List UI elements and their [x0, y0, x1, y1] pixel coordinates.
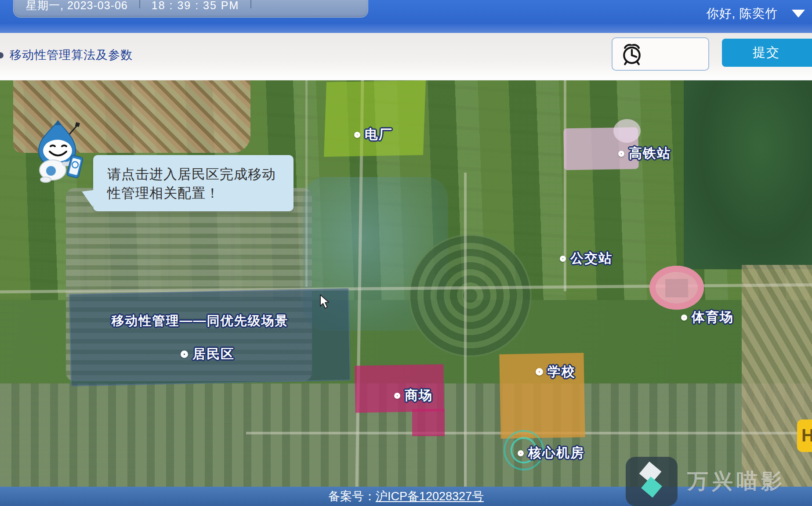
scenario-title: 移动性管理——同优先级场景 — [108, 312, 292, 330]
map-label-core-room[interactable]: 核心机房 — [518, 444, 584, 462]
timer-field[interactable] — [612, 37, 709, 71]
assistant-speech-bubble: 请点击进入居民区完成移动 性管理相关配置！ — [93, 155, 294, 211]
edge-panel-handle[interactable]: H — [797, 419, 812, 452]
icp-label: 备案号： — [328, 488, 376, 504]
map-label-school[interactable]: 学校 — [536, 363, 576, 381]
footer-bar: 备案号： 沪ICP备12028327号 — [0, 487, 812, 506]
datetime-panel: 星期一, 2023-03-06 18 : 39 : 35 PM — [13, 0, 368, 18]
marker-dot-icon — [181, 351, 188, 358]
marker-dot-icon — [681, 314, 687, 321]
icp-link[interactable]: 沪ICP备12028327号 — [376, 488, 484, 504]
bullet-icon — [0, 52, 4, 58]
satellite-map[interactable]: 移动性管理——同优先级场景 电厂 高铁站 公交站 体育场 居民区 商场 学校 — [0, 80, 812, 487]
top-bar: 星期一, 2023-03-06 18 : 39 : 35 PM 你好, 陈奕竹 — [0, 0, 812, 33]
date-label: 星期一, 2023-03-06 — [26, 0, 128, 13]
marker-dot-icon — [518, 450, 524, 456]
marker-dot-icon — [618, 151, 624, 157]
zone-residential[interactable] — [69, 288, 351, 386]
marker-dot-icon — [560, 256, 566, 262]
alarm-clock-icon — [620, 42, 644, 66]
page-header: 移动性管理算法及参数 提交 — [0, 33, 812, 80]
map-road — [305, 80, 308, 287]
divider — [139, 0, 140, 8]
map-terrain-golf — [684, 80, 812, 269]
assistant-mascot — [25, 119, 91, 183]
zone-hsr-station-plaza — [613, 119, 641, 143]
bubble-text-line2: 性管理相关配置！ — [107, 184, 294, 202]
user-greeting: 你好, 陈奕竹 — [706, 5, 778, 22]
mouse-cursor — [318, 294, 331, 311]
marker-dot-icon — [394, 393, 400, 399]
chevron-down-icon[interactable] — [792, 10, 805, 18]
time-label: 18 : 39 : 35 PM — [152, 0, 239, 12]
marker-dot-icon — [354, 132, 360, 138]
map-label-stadium[interactable]: 体育场 — [681, 308, 734, 326]
map-terrain-park — [409, 234, 532, 357]
map-label-hsr-station[interactable]: 高铁站 — [618, 145, 671, 163]
map-terrain-suburb — [742, 265, 812, 487]
marker-dot-icon — [536, 368, 543, 376]
zone-mall[interactable] — [412, 409, 445, 436]
map-road — [464, 173, 467, 487]
zone-stadium-field — [665, 279, 688, 297]
zone-power-plant[interactable] — [324, 80, 426, 157]
map-label-mall[interactable]: 商场 — [394, 387, 433, 405]
app-window: 星期一, 2023-03-06 18 : 39 : 35 PM 你好, 陈奕竹 … — [0, 0, 812, 506]
map-label-bus-station[interactable]: 公交站 — [560, 249, 613, 267]
map-label-residential[interactable]: 居民区 — [181, 345, 235, 363]
bubble-text-line1: 请点击进入居民区完成移动 — [107, 165, 294, 184]
map-label-power-plant[interactable]: 电厂 — [354, 126, 393, 144]
page-title: 移动性管理算法及参数 — [10, 47, 133, 63]
submit-button[interactable]: 提交 — [722, 39, 812, 67]
divider — [250, 0, 251, 8]
